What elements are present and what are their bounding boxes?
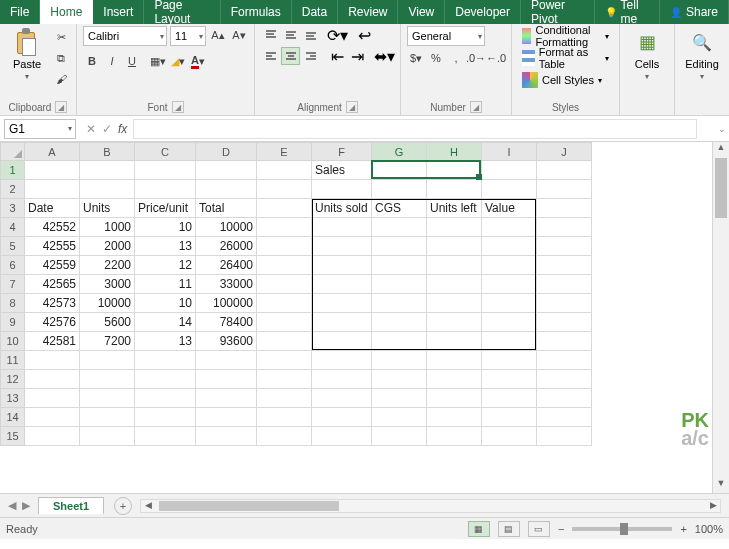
col-header-B[interactable]: B	[80, 143, 135, 161]
cell-D4[interactable]: 10000	[196, 218, 257, 237]
cell-B6[interactable]: 2200	[80, 256, 135, 275]
cell-E15[interactable]	[257, 427, 312, 446]
cell-D1[interactable]	[196, 161, 257, 180]
clipboard-launcher[interactable]: ◢	[55, 101, 67, 113]
cell-B11[interactable]	[80, 351, 135, 370]
hscroll-thumb[interactable]	[159, 501, 339, 511]
cell-F4[interactable]	[312, 218, 372, 237]
cell-H10[interactable]	[427, 332, 482, 351]
cell-I14[interactable]	[482, 408, 537, 427]
cell-C4[interactable]: 10	[135, 218, 196, 237]
cell-A2[interactable]	[25, 180, 80, 199]
row-header-7[interactable]: 7	[1, 275, 25, 294]
cell-C2[interactable]	[135, 180, 196, 199]
sheet-nav-prev[interactable]: ◀	[8, 499, 16, 512]
cell-I10[interactable]	[482, 332, 537, 351]
fill-color-button[interactable]: ◢▾	[169, 52, 187, 70]
cell-D12[interactable]	[196, 370, 257, 389]
cell-A12[interactable]	[25, 370, 80, 389]
tab-data[interactable]: Data	[292, 0, 338, 24]
cell-D13[interactable]	[196, 389, 257, 408]
tab-insert[interactable]: Insert	[93, 0, 144, 24]
cell-F5[interactable]	[312, 237, 372, 256]
cell-G13[interactable]	[372, 389, 427, 408]
wrap-text-button[interactable]: ↩	[355, 26, 374, 44]
cell-I7[interactable]	[482, 275, 537, 294]
cell-H6[interactable]	[427, 256, 482, 275]
cell-F8[interactable]	[312, 294, 372, 313]
cell-J11[interactable]	[537, 351, 592, 370]
align-middle-button[interactable]	[281, 26, 300, 44]
cell-B12[interactable]	[80, 370, 135, 389]
font-name-combo[interactable]: Calibri▾	[83, 26, 167, 46]
align-bottom-button[interactable]	[301, 26, 320, 44]
scroll-down-button[interactable]: ▼	[713, 478, 729, 493]
tab-developer[interactable]: Developer	[445, 0, 521, 24]
cell-H11[interactable]	[427, 351, 482, 370]
borders-button[interactable]: ▦▾	[149, 52, 167, 70]
cell-A8[interactable]: 42573	[25, 294, 80, 313]
cell-B3[interactable]: Units	[80, 199, 135, 218]
cell-J10[interactable]	[537, 332, 592, 351]
cell-A7[interactable]: 42565	[25, 275, 80, 294]
cell-C12[interactable]	[135, 370, 196, 389]
cell-I6[interactable]	[482, 256, 537, 275]
cell-B2[interactable]	[80, 180, 135, 199]
cells-button[interactable]: ▦Cells▾	[626, 26, 668, 81]
formula-bar-input[interactable]	[133, 119, 697, 139]
row-header-13[interactable]: 13	[1, 389, 25, 408]
col-header-E[interactable]: E	[257, 143, 312, 161]
sheet-tab-active[interactable]: Sheet1	[38, 497, 104, 514]
cell-J2[interactable]	[537, 180, 592, 199]
cell-E4[interactable]	[257, 218, 312, 237]
cell-B9[interactable]: 5600	[80, 313, 135, 332]
decrease-indent-button[interactable]: ⇤	[328, 47, 347, 65]
align-right-button[interactable]	[301, 47, 320, 65]
cell-C5[interactable]: 13	[135, 237, 196, 256]
cell-D11[interactable]	[196, 351, 257, 370]
cell-F10[interactable]	[312, 332, 372, 351]
tab-formulas[interactable]: Formulas	[221, 0, 292, 24]
cell-E7[interactable]	[257, 275, 312, 294]
col-header-C[interactable]: C	[135, 143, 196, 161]
cell-H3[interactable]: Units left	[427, 199, 482, 218]
tab-tell-me[interactable]: 💡Tell me	[595, 0, 660, 24]
cell-E14[interactable]	[257, 408, 312, 427]
view-page-layout-button[interactable]: ▤	[498, 521, 520, 537]
shrink-font-button[interactable]: A▾	[230, 26, 248, 44]
cell-G10[interactable]	[372, 332, 427, 351]
row-header-11[interactable]: 11	[1, 351, 25, 370]
cell-D8[interactable]: 100000	[196, 294, 257, 313]
increase-indent-button[interactable]: ⇥	[348, 47, 367, 65]
cell-E1[interactable]	[257, 161, 312, 180]
cell-G15[interactable]	[372, 427, 427, 446]
cell-E10[interactable]	[257, 332, 312, 351]
cell-J12[interactable]	[537, 370, 592, 389]
col-header-D[interactable]: D	[196, 143, 257, 161]
cell-B1[interactable]	[80, 161, 135, 180]
cell-C9[interactable]: 14	[135, 313, 196, 332]
cell-A15[interactable]	[25, 427, 80, 446]
cell-G14[interactable]	[372, 408, 427, 427]
cell-A6[interactable]: 42559	[25, 256, 80, 275]
cell-B8[interactable]: 10000	[80, 294, 135, 313]
fx-button[interactable]: fx	[118, 122, 127, 136]
cell-H13[interactable]	[427, 389, 482, 408]
row-header-5[interactable]: 5	[1, 237, 25, 256]
expand-formula-bar[interactable]: ⌄	[715, 124, 729, 134]
cell-H9[interactable]	[427, 313, 482, 332]
row-header-14[interactable]: 14	[1, 408, 25, 427]
editing-button[interactable]: 🔍Editing▾	[681, 26, 723, 81]
align-top-button[interactable]	[261, 26, 280, 44]
cell-G7[interactable]	[372, 275, 427, 294]
zoom-slider[interactable]	[572, 527, 672, 531]
bold-button[interactable]: B	[83, 52, 101, 70]
col-header-G[interactable]: G	[372, 143, 427, 161]
cell-J8[interactable]	[537, 294, 592, 313]
row-header-3[interactable]: 3	[1, 199, 25, 218]
cell-C11[interactable]	[135, 351, 196, 370]
cell-A3[interactable]: Date	[25, 199, 80, 218]
cell-B13[interactable]	[80, 389, 135, 408]
cell-I3[interactable]: Value	[482, 199, 537, 218]
cell-C15[interactable]	[135, 427, 196, 446]
